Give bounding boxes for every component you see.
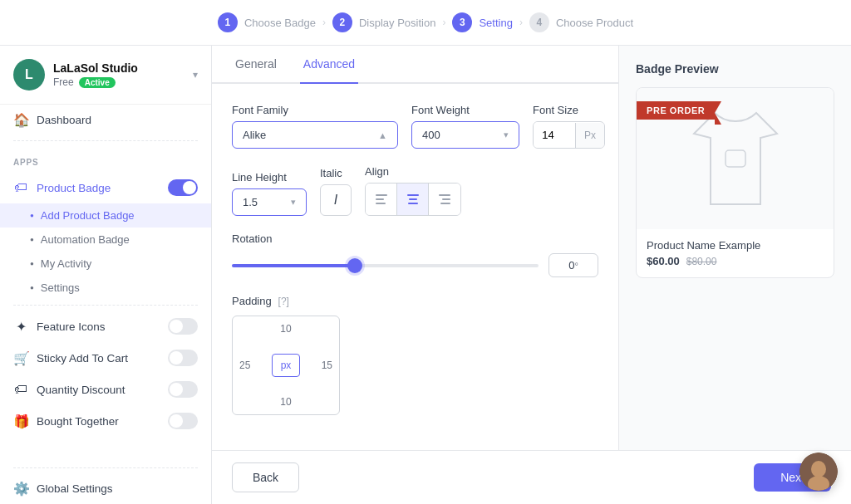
svg-rect-6 <box>439 194 450 196</box>
sidebar-item-quantity-discount[interactable]: 🏷 Quantity Discount <box>0 374 211 405</box>
sidebar: L LaLaSol Studio Free Active ▾ 🏠 Dashboa… <box>0 46 212 504</box>
line-height-chevron: ▾ <box>291 197 296 208</box>
sidebar-subitem-automation-badge[interactable]: ● Automation Badge <box>0 228 211 252</box>
price-row: $60.00 $80.00 <box>647 255 824 267</box>
preview-title: Badge Preview <box>636 62 834 76</box>
align-right-button[interactable] <box>429 183 460 215</box>
sidebar-subitem-settings[interactable]: ● Settings <box>0 276 211 300</box>
sidebar-item-sticky-cart[interactable]: 🛒 Sticky Add To Cart <box>0 342 211 374</box>
sticky-cart-icon: 🛒 <box>13 350 28 366</box>
form-content: Font Family Alike ▲ Font Weight 400 ▾ <box>212 84 618 450</box>
svg-rect-9 <box>726 150 745 167</box>
chat-bubble[interactable] <box>799 453 838 491</box>
font-family-value: Alike <box>243 129 266 141</box>
rotation-slider-container <box>232 264 539 267</box>
sidebar-label-bought-together: Bought Together <box>37 415 119 428</box>
step-arrow-2: › <box>442 17 445 28</box>
rotation-thumb[interactable] <box>347 258 362 273</box>
font-size-label: Font Size <box>533 104 605 116</box>
sidebar-label-sticky-cart: Sticky Add To Cart <box>37 352 128 365</box>
sidebar-item-product-badge[interactable]: 🏷 Product Badge <box>0 172 211 203</box>
rotation-track <box>232 264 539 267</box>
quantity-discount-icon: 🏷 <box>13 382 28 397</box>
align-label: Align <box>365 165 461 178</box>
sidebar-header[interactable]: L LaLaSol Studio Free Active ▾ <box>0 46 211 105</box>
font-size-input[interactable] <box>534 122 575 148</box>
rotation-value-display: 0° <box>548 253 598 277</box>
step-3[interactable]: 3 Setting <box>452 12 512 32</box>
sidebar-subitem-add-product-badge[interactable]: ● Add Product Badge <box>0 203 211 228</box>
dot-icon-1: ● <box>30 212 34 219</box>
rotation-row: 0° <box>232 253 598 277</box>
sidebar-label-add-product-badge: Add Product Badge <box>41 209 135 222</box>
italic-label: Italic <box>320 167 352 179</box>
sidebar-subitem-my-activity[interactable]: ● My Activity <box>0 252 211 276</box>
sidebar-item-bought-together[interactable]: 🎁 Bought Together <box>0 405 211 437</box>
sidebar-label-product-badge: Product Badge <box>37 182 111 194</box>
align-group <box>365 183 461 216</box>
tab-advanced[interactable]: Advanced <box>300 46 358 84</box>
product-badge-toggle[interactable] <box>168 179 198 196</box>
sidebar-item-dashboard[interactable]: 🏠 Dashboard <box>0 105 211 135</box>
step-2[interactable]: 2 Display Position <box>332 12 436 32</box>
svg-rect-5 <box>408 203 418 204</box>
svg-rect-4 <box>409 198 417 200</box>
preview-image-area: PRE ORDER <box>637 88 834 229</box>
svg-rect-0 <box>376 194 387 196</box>
tab-general[interactable]: General <box>232 46 280 84</box>
font-weight-label: Font Weight <box>411 104 519 116</box>
brand-name: LaLaSol Studio <box>53 61 184 75</box>
tabs-row: General Advanced <box>212 46 618 84</box>
step-circle-1: 1 <box>218 12 238 32</box>
brand-meta: Free Active <box>53 76 184 88</box>
step-circle-4: 4 <box>529 12 549 32</box>
font-family-chevron: ▲ <box>378 130 387 140</box>
sidebar-item-global-settings[interactable]: ⚙️ Global Settings <box>0 473 211 504</box>
padding-box: 10 25 px 15 10 <box>232 316 340 415</box>
sidebar-divider-1 <box>13 140 198 141</box>
svg-point-11 <box>811 461 826 477</box>
svg-rect-1 <box>376 198 384 200</box>
line-height-value: 1.5 <box>243 196 258 208</box>
home-icon: 🏠 <box>13 112 28 128</box>
sidebar-label-dashboard: Dashboard <box>37 114 91 126</box>
back-button[interactable]: Back <box>232 462 299 492</box>
step-circle-2: 2 <box>332 12 352 32</box>
quantity-discount-toggle[interactable] <box>168 381 198 398</box>
padding-label: Padding <box>232 295 272 307</box>
font-family-select[interactable]: Alike ▲ <box>232 121 398 149</box>
italic-group: Italic I <box>320 167 352 216</box>
step-arrow-3: › <box>519 17 523 28</box>
font-weight-value: 400 <box>422 129 440 141</box>
align-center-button[interactable] <box>397 183 429 215</box>
price-original: $80.00 <box>686 256 717 267</box>
svg-rect-7 <box>442 198 450 200</box>
bought-together-toggle[interactable] <box>168 413 198 429</box>
align-group-container: Align <box>365 165 461 216</box>
feature-icons-toggle[interactable] <box>168 318 198 335</box>
font-weight-group: Font Weight 400 ▾ <box>411 104 519 149</box>
line-height-group: Line Height 1.5 ▾ <box>232 171 307 216</box>
italic-button[interactable]: I <box>320 184 352 216</box>
sidebar-brand: LaLaSol Studio Free Active <box>53 61 184 88</box>
line-height-select[interactable]: 1.5 ▾ <box>232 188 307 216</box>
preview-info: Product Name Example $60.00 $80.00 <box>637 229 834 277</box>
top-nav: 1 Choose Badge › 2 Display Position › 3 … <box>0 0 851 46</box>
padding-top-value: 10 <box>280 323 291 335</box>
padding-center-unit[interactable]: px <box>272 354 301 377</box>
sticky-cart-toggle[interactable] <box>168 350 198 366</box>
svg-rect-8 <box>440 203 450 204</box>
font-weight-select[interactable]: 400 ▾ <box>411 121 519 149</box>
sidebar-item-feature-icons[interactable]: ✦ Feature Icons <box>0 311 211 342</box>
rotation-label: Rotation <box>232 232 598 245</box>
sidebar-label-feature-icons: Feature Icons <box>37 321 106 333</box>
align-left-button[interactable] <box>366 183 397 215</box>
step-1[interactable]: 1 Choose Badge <box>218 12 316 32</box>
step-4[interactable]: 4 Choose Product <box>529 12 633 32</box>
preview-card: PRE ORDER Product Name Example $60.00 $8… <box>636 87 834 278</box>
form-panel: General Advanced Font Family Alike ▲ <box>212 46 618 450</box>
font-family-group: Font Family Alike ▲ <box>232 104 398 149</box>
font-size-input-group: Px <box>533 121 605 149</box>
line-height-label: Line Height <box>232 171 307 183</box>
dot-icon-2: ● <box>30 236 34 243</box>
